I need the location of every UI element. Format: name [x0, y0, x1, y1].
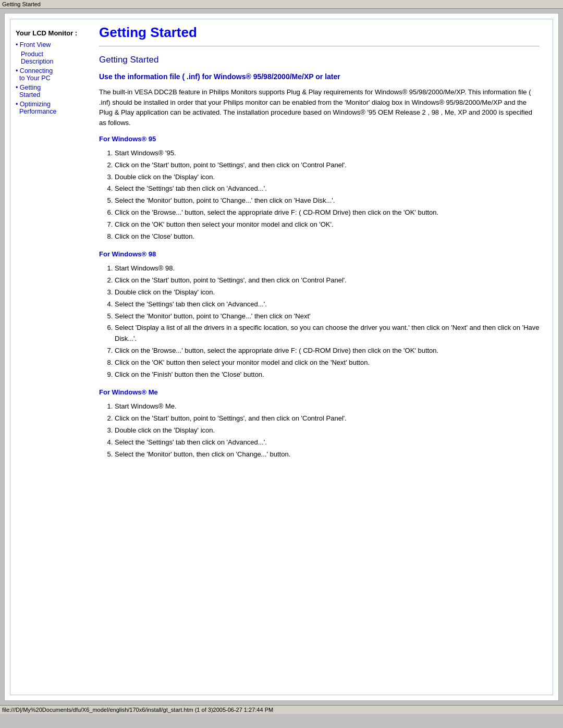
- sidebar-link-getting-started[interactable]: • Getting Started: [16, 84, 41, 98]
- list-item: Select the 'Settings' tab then click on …: [115, 299, 540, 310]
- sidebar-link-connecting[interactable]: • Connecting to Your PC: [16, 67, 53, 82]
- list-item: Select the 'Monitor' button, point to 'C…: [115, 311, 540, 322]
- title-bar-text: Getting Started: [2, 1, 41, 7]
- main-content: Getting Started Getting Started Use the …: [91, 24, 547, 689]
- heading-win98: For Windows® 98: [99, 250, 540, 258]
- sidebar-link-frontview[interactable]: • Front View: [16, 41, 51, 48]
- list-item: Select the 'Monitor' button, then click …: [115, 449, 540, 460]
- list-item: Click on the 'Browse...' button, select …: [115, 346, 540, 356]
- steps-win98: Start Windows® 98. Click on the 'Start' …: [115, 263, 540, 380]
- sidebar-item-frontview[interactable]: • Front View: [16, 41, 91, 50]
- page-title: Getting Started: [99, 24, 540, 41]
- status-bar: file:///D|/My%20Documents/dfu/X6_model/e…: [0, 705, 563, 714]
- section-windows98: For Windows® 98 Start Windows® 98. Click…: [99, 250, 540, 380]
- heading-win-me: For Windows® Me: [99, 388, 540, 396]
- list-item: Select the 'Settings' tab then click on …: [115, 183, 540, 194]
- list-item: Click on the 'OK' button then select you…: [115, 219, 540, 230]
- divider: [99, 46, 540, 46]
- list-item: Click on the 'Close' button.: [115, 231, 540, 242]
- steps-win-me: Start Windows® Me. Click on the 'Start' …: [115, 401, 540, 460]
- list-item: Start Windows® Me.: [115, 401, 540, 412]
- list-item: Select 'Display a list of all the driver…: [115, 323, 540, 344]
- sidebar-monitor-title: Your LCD Monitor :: [16, 29, 91, 38]
- status-bar-text: file:///D|/My%20Documents/dfu/X6_model/e…: [2, 707, 273, 713]
- list-item: Double click on the 'Display' icon.: [115, 172, 540, 183]
- list-item: Select the 'Monitor' button, point to 'C…: [115, 195, 540, 206]
- outer-border: Your LCD Monitor : • Front View ProductD…: [10, 19, 553, 695]
- list-item: Click on the 'Finish' button then the 'C…: [115, 369, 540, 380]
- intro-text: The built-in VESA DDC2B feature in Phili…: [99, 87, 540, 128]
- sidebar-item-connecting[interactable]: • Connecting to Your PC: [16, 67, 91, 83]
- info-title: Use the information file ( .inf) for Win…: [99, 72, 540, 81]
- heading-win95: For Windows® 95: [99, 135, 540, 143]
- sidebar-title-text: Your LCD Monitor :: [16, 29, 77, 37]
- list-item: Click on the 'Browse...' button, select …: [115, 207, 540, 218]
- list-item: Double click on the 'Display' icon.: [115, 425, 540, 436]
- sidebar: Your LCD Monitor : • Front View ProductD…: [16, 24, 91, 689]
- sidebar-item-optimizing[interactable]: • Optimizing Performance: [16, 101, 91, 116]
- steps-win95: Start Windows® '95. Click on the 'Start'…: [115, 148, 540, 242]
- list-item: Click on the 'Start' button, point to 'S…: [115, 413, 540, 424]
- sidebar-link-product[interactable]: ProductDescription: [21, 51, 54, 65]
- section-windows95: For Windows® 95 Start Windows® '95. Clic…: [99, 135, 540, 242]
- list-item: Click on the 'Start' button, point to 'S…: [115, 275, 540, 286]
- title-bar: Getting Started: [0, 0, 563, 9]
- sidebar-item-getting-started[interactable]: • Getting Started: [16, 84, 91, 100]
- list-item: Select the 'Settings' tab then click on …: [115, 437, 540, 448]
- list-item: Double click on the 'Display' icon.: [115, 287, 540, 298]
- list-item: Click on the 'OK' button then select you…: [115, 357, 540, 368]
- list-item: Click on the 'Start' button, point to 'S…: [115, 160, 540, 171]
- sidebar-item-product[interactable]: ProductDescription: [21, 51, 91, 66]
- list-item: Start Windows® '95.: [115, 148, 540, 159]
- sidebar-link-optimizing[interactable]: • Optimizing Performance: [16, 101, 57, 115]
- list-item: Start Windows® 98.: [115, 263, 540, 274]
- content-area: Your LCD Monitor : • Front View ProductD…: [10, 19, 553, 695]
- section-title: Getting Started: [99, 55, 540, 65]
- section-windows-me: For Windows® Me Start Windows® Me. Click…: [99, 388, 540, 460]
- page-wrapper: Your LCD Monitor : • Front View ProductD…: [4, 13, 559, 701]
